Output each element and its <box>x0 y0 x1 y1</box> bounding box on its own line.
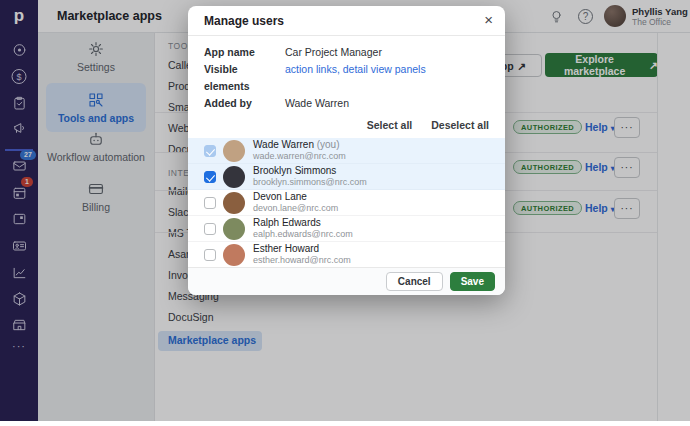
save-button[interactable]: Save <box>450 272 495 291</box>
modal-header: Manage users × <box>188 6 505 36</box>
field-value: Wade Warren <box>285 95 349 112</box>
field-label: Added by <box>204 95 285 112</box>
user-row[interactable]: Wade Warren (you) wade.warren@nrc.com <box>188 138 505 164</box>
info-row-app-name: App name Car Project Manager <box>204 44 489 61</box>
avatar <box>223 192 245 214</box>
user-name: Ralph Edwards <box>253 217 321 228</box>
checkbox-unchecked[interactable] <box>204 223 216 235</box>
avatar <box>223 218 245 240</box>
screenshot-canvas: p $ 27 1 <box>0 0 690 426</box>
select-all-link[interactable]: Select all <box>367 119 413 131</box>
user-text: Wade Warren (you) wade.warren@nrc.com <box>253 139 346 162</box>
user-row[interactable]: Brooklyn Simmons brooklyn.simmons@nrc.co… <box>188 164 505 190</box>
info-row-added-by: Added by Wade Warren <box>204 95 489 112</box>
user-name: Wade Warren (you) <box>253 139 340 150</box>
user-text: Devon Lane devon.lane@nrc.com <box>253 191 338 214</box>
user-name: Brooklyn Simmons <box>253 165 336 176</box>
user-email: brooklyn.simmons@nrc.com <box>253 177 367 187</box>
close-icon[interactable]: × <box>484 11 493 29</box>
visible-elements-link[interactable]: action links, detail view panels <box>285 61 426 95</box>
user-email: wade.warren@nrc.com <box>253 151 346 161</box>
user-email: esther.howard@nrc.com <box>253 255 351 265</box>
avatar <box>223 244 245 266</box>
avatar <box>223 140 245 162</box>
field-label: Visible elements <box>204 61 285 95</box>
avatar <box>223 166 245 188</box>
app-info: App name Car Project Manager Visible ele… <box>188 36 505 112</box>
you-suffix: (you) <box>314 139 340 150</box>
checkbox-unchecked[interactable] <box>204 249 216 261</box>
checkbox-unchecked[interactable] <box>204 197 216 209</box>
user-name: Devon Lane <box>253 191 307 202</box>
checkbox-checked-disabled[interactable] <box>204 145 216 157</box>
select-controls: Select all Deselect all <box>188 112 505 139</box>
checkbox-checked[interactable] <box>204 171 216 183</box>
manage-users-modal: Manage users × App name Car Project Mana… <box>188 6 505 295</box>
users-list: Wade Warren (you) wade.warren@nrc.com Br… <box>188 138 505 268</box>
user-text: Esther Howard esther.howard@nrc.com <box>253 243 351 266</box>
cancel-button[interactable]: Cancel <box>386 272 443 291</box>
user-row[interactable]: Ralph Edwards ealph.edwards@nrc.com <box>188 216 505 242</box>
user-row[interactable]: Esther Howard esther.howard@nrc.com <box>188 242 505 268</box>
user-email: devon.lane@nrc.com <box>253 203 338 213</box>
user-text: Ralph Edwards ealph.edwards@nrc.com <box>253 217 353 240</box>
info-row-visible-elements: Visible elements action links, detail vi… <box>204 61 489 95</box>
user-row[interactable]: Devon Lane devon.lane@nrc.com <box>188 190 505 216</box>
deselect-all-link[interactable]: Deselect all <box>431 119 489 131</box>
user-name: Esther Howard <box>253 243 319 254</box>
user-text: Brooklyn Simmons brooklyn.simmons@nrc.co… <box>253 165 367 188</box>
modal-title: Manage users <box>204 14 284 28</box>
field-label: App name <box>204 44 285 61</box>
user-email: ealph.edwards@nrc.com <box>253 229 353 239</box>
modal-footer: Cancel Save <box>188 267 505 295</box>
field-value: Car Project Manager <box>285 44 382 61</box>
